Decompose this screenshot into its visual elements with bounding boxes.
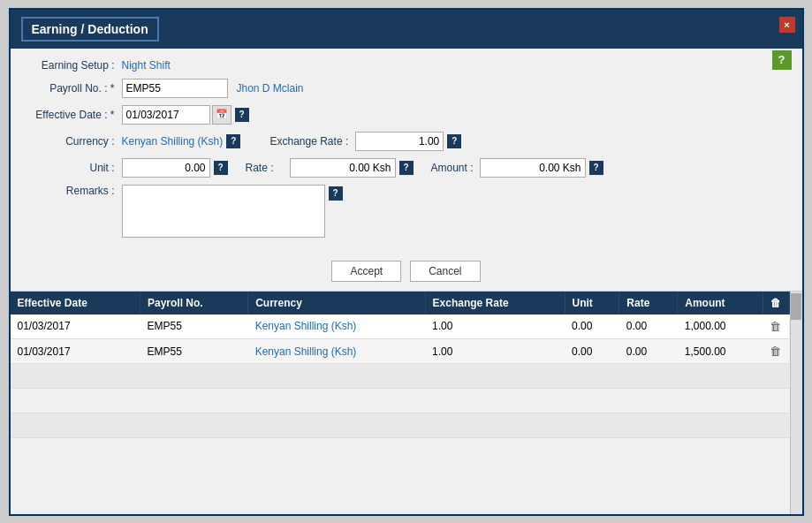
currency-value: Kenyan Shilling (Ksh) bbox=[122, 135, 224, 148]
exchange-rate-input[interactable] bbox=[355, 132, 444, 151]
cell-rate: 0.00 bbox=[619, 315, 678, 339]
col-payroll-no: Payroll No. bbox=[140, 292, 247, 315]
col-amount: Amount bbox=[678, 292, 763, 315]
scrollbar[interactable] bbox=[790, 292, 802, 514]
cell-exchange-rate: 1.00 bbox=[425, 339, 565, 364]
form-area: Earning Setup : Night Shift Payroll No. … bbox=[11, 49, 802, 252]
cell-exchange-rate: 1.00 bbox=[425, 315, 565, 339]
col-exchange-rate: Exchange Rate bbox=[425, 292, 565, 315]
header-help-button[interactable]: ? bbox=[772, 50, 792, 70]
amount-label: Amount : bbox=[431, 162, 480, 174]
cell-delete[interactable]: 🗑 bbox=[763, 315, 789, 339]
earning-setup-row: Earning Setup : Night Shift bbox=[25, 59, 788, 72]
effective-date-help-icon[interactable]: ? bbox=[235, 108, 249, 122]
payroll-no-input[interactable] bbox=[122, 79, 228, 98]
cell-effective-date: 01/03/2017 bbox=[11, 315, 140, 339]
col-rate: Rate bbox=[619, 292, 678, 315]
col-delete: 🗑 bbox=[763, 292, 789, 315]
unit-label: Unit : bbox=[25, 162, 122, 174]
remarks-help-icon[interactable]: ? bbox=[329, 186, 343, 201]
dialog-header: Earning / Deduction bbox=[11, 10, 802, 49]
earning-setup-label: Earning Setup : bbox=[25, 59, 122, 72]
close-button[interactable]: × bbox=[779, 17, 795, 33]
data-table: Effective Date Payroll No. Currency Exch… bbox=[11, 292, 790, 439]
cell-payroll-no: EMP55 bbox=[140, 339, 247, 364]
buttons-row: Accept Cancel bbox=[11, 252, 802, 291]
unit-help-icon[interactable]: ? bbox=[214, 161, 228, 175]
exchange-rate-help-icon[interactable]: ? bbox=[447, 134, 461, 148]
col-effective-date: Effective Date bbox=[11, 292, 140, 315]
empty-table-row bbox=[11, 413, 790, 438]
scrollbar-thumb[interactable] bbox=[791, 293, 801, 320]
currency-label: Currency : bbox=[25, 135, 122, 148]
calendar-icon[interactable]: 📅 bbox=[212, 105, 231, 125]
cell-amount: 1,500.00 bbox=[678, 339, 763, 364]
effective-date-label: Effective Date : * bbox=[25, 109, 122, 121]
currency-row: Currency : Kenyan Shilling (Ksh) ? Excha… bbox=[25, 132, 788, 151]
cell-unit: 0.00 bbox=[565, 315, 619, 339]
table-row: 01/03/2017 EMP55 Kenyan Shilling (Ksh) 1… bbox=[11, 315, 790, 339]
exchange-rate-label: Exchange Rate : bbox=[258, 135, 355, 148]
delete-icon[interactable]: 🗑 bbox=[770, 320, 781, 333]
cell-effective-date: 01/03/2017 bbox=[11, 339, 140, 364]
remarks-row: Remarks : ? bbox=[25, 185, 788, 238]
table-wrapper: Effective Date Payroll No. Currency Exch… bbox=[11, 292, 790, 514]
empty-table-row bbox=[11, 364, 790, 389]
remarks-input[interactable] bbox=[122, 185, 325, 238]
main-dialog: × Earning / Deduction ? Earning Setup : … bbox=[9, 8, 804, 516]
amount-help-icon[interactable]: ? bbox=[589, 161, 603, 175]
unit-rate-amount-row: Unit : ? Rate : ? Amount : ? bbox=[25, 158, 788, 178]
payroll-row: Payroll No. : * Jhon D Mclain bbox=[25, 79, 788, 98]
cell-amount: 1,000.00 bbox=[678, 315, 763, 339]
empty-table-row bbox=[11, 389, 790, 413]
cell-payroll-no: EMP55 bbox=[140, 315, 247, 339]
remarks-label: Remarks : bbox=[25, 185, 122, 197]
col-unit: Unit bbox=[565, 292, 619, 315]
payroll-no-label: Payroll No. : * bbox=[25, 82, 122, 95]
effective-date-row: Effective Date : * 📅 ? bbox=[25, 105, 788, 125]
rate-input[interactable] bbox=[290, 158, 396, 178]
cell-currency: Kenyan Shilling (Ksh) bbox=[248, 339, 425, 364]
cell-rate: 0.00 bbox=[619, 339, 678, 364]
effective-date-input[interactable] bbox=[122, 105, 210, 125]
unit-input[interactable] bbox=[122, 158, 210, 178]
currency-help-icon[interactable]: ? bbox=[226, 134, 240, 148]
payroll-name: Jhon D Mclain bbox=[237, 82, 304, 95]
delete-icon[interactable]: 🗑 bbox=[770, 345, 781, 358]
amount-input[interactable] bbox=[480, 158, 586, 178]
accept-button[interactable]: Accept bbox=[331, 261, 401, 282]
col-currency: Currency bbox=[248, 292, 425, 315]
rate-label: Rate : bbox=[246, 162, 290, 174]
cell-unit: 0.00 bbox=[565, 339, 619, 364]
table-row: 01/03/2017 EMP55 Kenyan Shilling (Ksh) 1… bbox=[11, 339, 790, 364]
table-header-row: Effective Date Payroll No. Currency Exch… bbox=[11, 292, 790, 315]
cell-delete[interactable]: 🗑 bbox=[763, 339, 789, 364]
cancel-button[interactable]: Cancel bbox=[410, 261, 480, 282]
table-area: Effective Date Payroll No. Currency Exch… bbox=[11, 291, 802, 514]
cell-currency: Kenyan Shilling (Ksh) bbox=[248, 315, 425, 339]
earning-setup-value: Night Shift bbox=[122, 59, 171, 72]
dialog-title: Earning / Deduction bbox=[21, 17, 159, 42]
rate-help-icon[interactable]: ? bbox=[399, 161, 414, 175]
